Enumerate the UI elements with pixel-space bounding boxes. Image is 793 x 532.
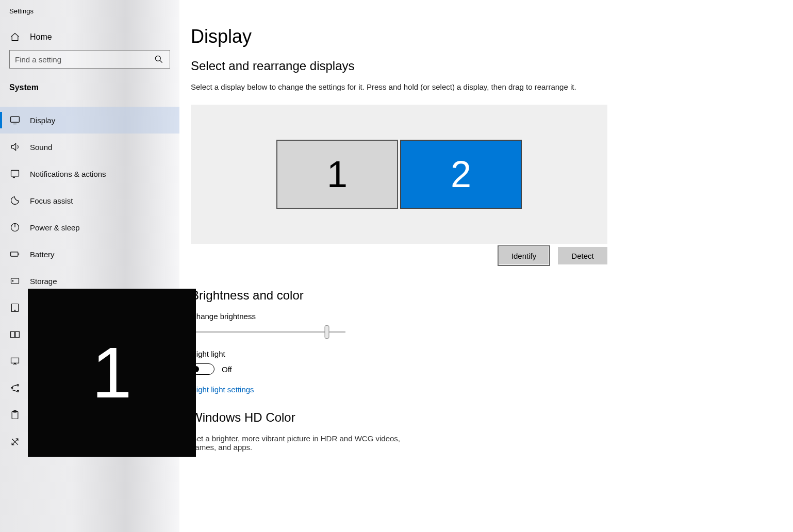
svg-rect-4	[11, 252, 18, 256]
sidebar-item-label: Sound	[30, 143, 52, 152]
sidebar-item-battery[interactable]: Battery	[0, 241, 179, 268]
search-input[interactable]	[15, 55, 153, 64]
identify-button[interactable]: Identify	[499, 247, 549, 264]
svg-rect-9	[11, 331, 15, 338]
display-box-2[interactable]: 2	[400, 140, 522, 209]
sidebar-item-sound[interactable]: Sound	[0, 134, 179, 160]
brightness-heading: Brightness and color	[191, 288, 793, 303]
sidebar-item-label: Focus assist	[30, 196, 73, 205]
notifications-icon	[9, 168, 21, 179]
hd-color-heading: Windows HD Color	[191, 410, 793, 425]
sidebar-item-label: Notifications & actions	[30, 170, 106, 178]
shared-icon	[9, 383, 21, 394]
brightness-section: Brightness and color Change brightness N…	[191, 288, 793, 452]
display-box-1[interactable]: 1	[276, 140, 398, 209]
multitasking-icon	[9, 329, 21, 340]
sound-icon	[9, 141, 21, 153]
tablet-icon	[9, 302, 21, 313]
night-light-label: Night light	[191, 350, 793, 358]
slider-track	[191, 331, 345, 333]
power-icon	[9, 222, 21, 233]
projecting-icon	[9, 356, 21, 367]
sidebar-item-label: Battery	[30, 250, 55, 259]
hd-color-description: Get a brighter, more vibrant picture in …	[191, 434, 407, 452]
svg-point-14	[17, 390, 19, 392]
rearrange-heading: Select and rearrange displays	[191, 59, 793, 73]
svg-point-13	[17, 385, 19, 386]
svg-point-12	[11, 387, 13, 389]
display-arrangement-canvas[interactable]: 1 2	[191, 105, 607, 244]
home-icon	[9, 31, 21, 43]
change-brightness-label: Change brightness	[191, 312, 793, 321]
search-icon	[153, 54, 164, 65]
display-button-row: Identify Detect	[191, 247, 607, 264]
battery-icon	[9, 248, 21, 260]
hd-color-section: Windows HD Color Get a brighter, more vi…	[191, 410, 793, 452]
svg-rect-2	[11, 170, 19, 176]
svg-rect-10	[15, 331, 20, 338]
svg-rect-11	[11, 358, 19, 363]
storage-icon	[9, 275, 21, 287]
night-light-state: Off	[222, 365, 232, 374]
night-light-settings-link[interactable]: Night light settings	[191, 385, 254, 394]
svg-rect-1	[11, 117, 20, 122]
sidebar-section-label: System	[0, 69, 179, 99]
brightness-slider[interactable]	[191, 326, 345, 338]
search-input-wrapper[interactable]	[9, 50, 170, 69]
rearrange-helper-text: Select a display below to change the set…	[191, 82, 793, 91]
sidebar-item-label: Storage	[30, 277, 57, 286]
focus-assist-icon	[9, 195, 21, 206]
home-label: Home	[30, 32, 52, 42]
clipboard-icon	[9, 409, 21, 421]
sidebar-item-label: Power & sleep	[30, 223, 80, 232]
svg-point-0	[155, 56, 160, 61]
home-button[interactable]: Home	[0, 18, 179, 50]
page-title: Display	[191, 26, 793, 47]
svg-point-8	[14, 310, 15, 310]
sidebar-item-power-sleep[interactable]: Power & sleep	[0, 214, 179, 241]
identify-overlay-number: 1	[92, 331, 132, 414]
detect-button[interactable]: Detect	[558, 247, 607, 264]
display-icon	[9, 114, 21, 126]
remote-desktop-icon	[9, 436, 21, 447]
sidebar-item-display[interactable]: Display	[0, 107, 179, 134]
sidebar-item-focus-assist[interactable]: Focus assist	[0, 187, 179, 214]
svg-point-6	[12, 280, 13, 281]
slider-thumb[interactable]	[325, 325, 329, 339]
identify-overlay: 1	[28, 289, 196, 457]
main-content: Display Select and rearrange displays Se…	[191, 0, 793, 532]
sidebar-item-notifications[interactable]: Notifications & actions	[0, 160, 179, 187]
app-title: Settings	[0, 0, 179, 18]
sidebar-item-label: Display	[30, 116, 55, 125]
